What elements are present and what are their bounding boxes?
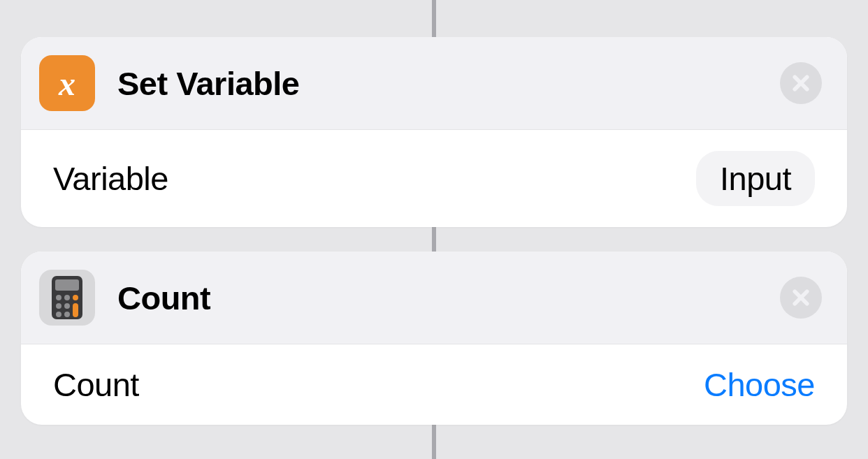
action-card-set-variable[interactable]: x Set Variable Variable Input xyxy=(21,37,847,227)
svg-rect-9 xyxy=(73,303,78,317)
svg-point-4 xyxy=(73,295,78,300)
svg-point-2 xyxy=(56,295,62,300)
cards-container: x Set Variable Variable Input xyxy=(0,0,868,443)
remove-action-button[interactable] xyxy=(780,277,822,319)
svg-point-6 xyxy=(64,303,70,309)
calculator-icon-svg xyxy=(52,276,82,319)
svg-point-7 xyxy=(56,312,62,317)
svg-rect-1 xyxy=(55,279,79,291)
variable-icon-glyph: x xyxy=(59,64,75,103)
card-title: Set Variable xyxy=(117,64,780,103)
choose-value-button[interactable]: Choose xyxy=(704,365,815,404)
calculator-icon xyxy=(39,270,95,326)
action-card-count[interactable]: Count Count Choose xyxy=(21,252,847,425)
svg-point-3 xyxy=(64,295,70,300)
svg-point-5 xyxy=(56,303,62,309)
remove-action-button[interactable] xyxy=(780,62,822,104)
card-header: Count xyxy=(21,252,847,344)
card-title: Count xyxy=(117,279,780,317)
parameter-row: Variable Input xyxy=(21,130,847,227)
variable-icon: x xyxy=(39,55,95,111)
parameter-row: Count Choose xyxy=(21,344,847,425)
svg-point-8 xyxy=(64,312,70,317)
variable-value-token[interactable]: Input xyxy=(696,151,815,206)
parameter-label: Count xyxy=(53,365,139,404)
card-header: x Set Variable xyxy=(21,37,847,130)
parameter-label: Variable xyxy=(53,159,168,198)
close-icon xyxy=(790,73,811,94)
close-icon xyxy=(790,287,811,308)
